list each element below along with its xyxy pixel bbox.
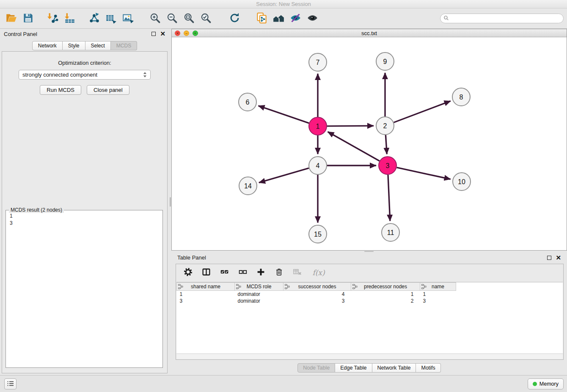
run-mcds-button[interactable]: Run MCDS (40, 85, 81, 95)
save-disk-icon (22, 12, 34, 25)
add-row-button[interactable] (255, 267, 267, 279)
home-button[interactable] (271, 11, 286, 27)
function-builder-button[interactable]: f(x) (309, 267, 328, 279)
mcds-panel: Optimization criterion: strongly connect… (2, 51, 168, 373)
table-panel-float-icon[interactable] (547, 256, 551, 260)
table-row[interactable]: 3dominator323 (177, 298, 563, 304)
image-arrow-icon (122, 12, 134, 25)
save-session-button[interactable] (20, 11, 36, 27)
status-menu-button[interactable] (4, 378, 17, 389)
mcds-result-text[interactable]: 1 3 (6, 210, 162, 229)
tab-select[interactable]: Select (85, 41, 111, 50)
table-panel-close-icon[interactable]: ✕ (556, 256, 561, 260)
column-header-shared-name[interactable]: shared name (177, 283, 235, 291)
node-label: 9 (383, 58, 387, 65)
table-cell: 2 (351, 298, 420, 304)
import-network-button[interactable] (45, 11, 60, 27)
edge-1-6[interactable] (259, 106, 309, 123)
edge-3-11[interactable] (388, 175, 390, 221)
column-header-mcds-role[interactable]: MCDS role (235, 283, 284, 291)
delete-table-button[interactable] (291, 267, 303, 279)
zoom-fit-icon (183, 12, 195, 25)
edge-3-10[interactable] (396, 168, 450, 179)
optimization-criterion-select[interactable]: strongly connected component (19, 70, 151, 80)
column-visibility-button[interactable] (200, 267, 212, 279)
column-attr-icon (421, 284, 427, 289)
edge-3-1[interactable] (328, 132, 380, 161)
zoom-out-icon (166, 12, 178, 25)
table-settings-button[interactable] (182, 267, 194, 279)
graphics-details-button[interactable] (288, 11, 303, 27)
open-session-button[interactable] (3, 11, 19, 27)
close-panel-button[interactable]: Close panel (87, 85, 129, 95)
minimize-window-button[interactable]: – (184, 30, 189, 36)
export-table-button[interactable] (103, 11, 118, 27)
node-label: 14 (244, 182, 252, 190)
column-attr-icon (178, 284, 183, 289)
tab-motifs[interactable]: Motifs (416, 363, 440, 373)
status-bar: Memory (0, 375, 567, 392)
table-cell: 3 (420, 298, 456, 304)
delete-row-button[interactable] (273, 267, 285, 279)
import-table-button[interactable] (62, 11, 77, 27)
table-panel: Table Panel ✕ (171, 252, 567, 375)
mcds-result-group: MCDS result (2 nodes) 1 3 (6, 210, 163, 368)
zoom-fit-button[interactable] (181, 11, 196, 27)
combo-stepper-icon (143, 72, 147, 78)
search-box[interactable] (440, 14, 564, 23)
table-horizontal-scrollbar[interactable] (176, 353, 563, 359)
network-arrow-icon (88, 12, 100, 25)
edge-2-8[interactable] (394, 101, 451, 123)
deselect-all-button[interactable] (237, 267, 248, 279)
network-view-title: scc.txt (361, 30, 377, 36)
select-all-icon (220, 268, 229, 278)
column-header-successor-nodes[interactable]: successor nodes (284, 283, 351, 291)
table-tabs: Node Table Edge Table Network Table Moti… (171, 363, 567, 373)
copy-network-button[interactable] (254, 11, 269, 27)
column-header-name[interactable]: name (420, 283, 456, 291)
network-view-window: ✕ – + scc.txt 7968124314101511 (171, 29, 567, 251)
tab-node-table[interactable]: Node Table (297, 363, 335, 373)
column-header-predecessor-nodes[interactable]: predecessor nodes (351, 283, 420, 291)
node-table: shared name MCDS role successor nodes pr… (176, 282, 563, 353)
edge-4-14[interactable] (259, 168, 309, 182)
visibility-button[interactable] (305, 11, 320, 27)
network-canvas[interactable]: 7968124314101511 (172, 38, 567, 250)
control-panel-float-icon[interactable] (151, 32, 156, 36)
edge-2-3[interactable] (385, 135, 387, 154)
close-window-button[interactable]: ✕ (175, 30, 180, 36)
node-label: 6 (246, 99, 250, 106)
zoom-selected-button[interactable] (198, 11, 213, 27)
table-cell-filler (456, 291, 563, 298)
memory-label: Memory (539, 381, 559, 387)
select-all-button[interactable] (218, 267, 230, 279)
network-from-selection-button[interactable] (86, 11, 102, 27)
table-cell-filler (456, 298, 563, 304)
table-cell: 4 (284, 291, 351, 298)
deselect-all-icon (238, 268, 247, 278)
window-title: Session: New Session (0, 0, 567, 8)
control-panel: Control Panel ✕ Network Style Select MCD… (0, 29, 169, 375)
tab-style[interactable]: Style (63, 41, 85, 50)
table-row[interactable]: 1dominator411 (177, 291, 563, 298)
maximize-window-button[interactable]: + (193, 30, 198, 36)
node-label: 15 (314, 231, 322, 238)
control-panel-close-icon[interactable]: ✕ (160, 32, 165, 36)
tab-network[interactable]: Network (32, 41, 63, 50)
home-icon (273, 12, 284, 25)
tab-edge-table[interactable]: Edge Table (335, 363, 372, 373)
table-panel-title: Table Panel (177, 254, 206, 261)
refresh-button[interactable] (227, 11, 242, 27)
export-image-button[interactable] (120, 11, 135, 27)
tab-network-table[interactable]: Network Table (372, 363, 416, 373)
search-input[interactable] (451, 16, 560, 22)
window-controls: ✕ – + (175, 30, 198, 36)
memory-button[interactable]: Memory (528, 378, 564, 389)
zoom-out-button[interactable] (164, 11, 179, 27)
edge-1-2[interactable] (327, 126, 374, 126)
copy-document-icon (256, 12, 267, 25)
tab-mcds[interactable]: MCDS (111, 41, 137, 50)
zoom-in-button[interactable] (147, 11, 162, 27)
control-panel-title: Control Panel (4, 31, 37, 37)
table-cell: 1 (177, 291, 235, 298)
